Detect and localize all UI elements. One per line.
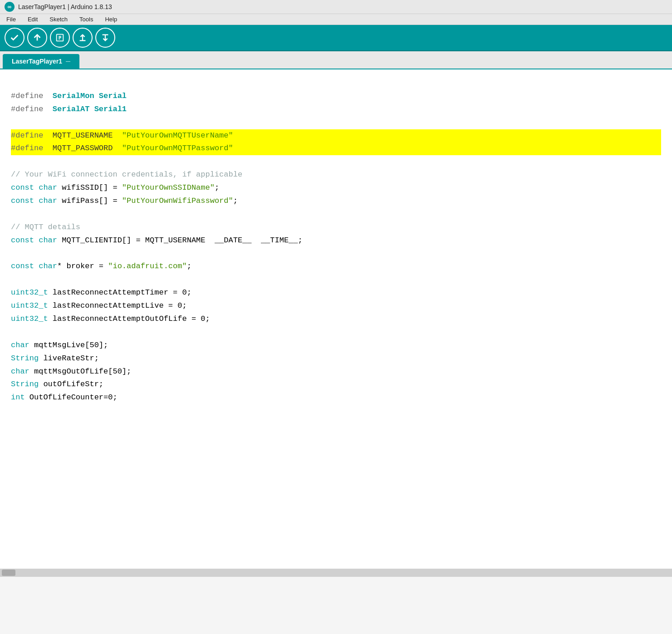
menu-bar: File Edit Sketch Tools Help — [0, 14, 672, 25]
code-line-19: uint32_t lastReconnectAttemptOutOfLife =… — [11, 313, 661, 326]
code-line-blank3 — [11, 155, 661, 168]
code-line-22: String liveRateStr; — [11, 352, 661, 365]
code-line-blank1 — [11, 77, 661, 90]
code-line-blank7 — [11, 326, 661, 339]
code-line-21: char mqttMsgLive[50]; — [11, 339, 661, 352]
code-line-6: #define MQTT_PASSWORD "PutYourOwnMQTTPas… — [11, 142, 661, 155]
code-line-blank6 — [11, 273, 661, 286]
code-line-25: int OutOfLifeCounter=0; — [11, 391, 661, 404]
menu-file[interactable]: File — [5, 15, 18, 24]
code-line-8: // Your WiFi connection credentials, if … — [11, 168, 661, 182]
title-bar: ∞ LaserTagPlayer1 | Arduino 1.8.13 — [0, 0, 672, 14]
code-line-9: const char wifiSSID[] = "PutYourOwnSSIDN… — [11, 182, 661, 195]
code-line-5: #define MQTT_USERNAME "PutYourOwnMQTTUse… — [11, 129, 661, 143]
code-line-blank4 — [11, 208, 661, 221]
code-line-13: const char MQTT_CLIENTID[] = MQTT_USERNA… — [11, 234, 661, 247]
verify-button[interactable] — [5, 28, 25, 48]
code-line-15: const char* broker = "io.adafruit.com"; — [11, 260, 661, 273]
app-icon: ∞ — [5, 2, 15, 12]
code-line-2: #define SerialMon Serial — [11, 90, 661, 103]
menu-help[interactable]: Help — [103, 15, 119, 24]
code-editor[interactable]: #define SerialMon Serial #define SerialA… — [0, 69, 672, 569]
menu-tools[interactable]: Tools — [78, 15, 95, 24]
tab-label: LaserTagPlayer1 — [12, 58, 62, 65]
scrollbar-thumb[interactable] — [2, 570, 15, 576]
code-line-12: // MQTT details — [11, 221, 661, 234]
window-title: LaserTagPlayer1 | Arduino 1.8.13 — [18, 3, 112, 10]
menu-sketch[interactable]: Sketch — [48, 15, 69, 24]
tab-lasertag[interactable]: LaserTagPlayer1 — [3, 54, 79, 69]
code-line-17: uint32_t lastReconnectAttemptTimer = 0; — [11, 286, 661, 300]
open-button[interactable] — [73, 28, 93, 48]
new-button[interactable] — [50, 28, 70, 48]
code-line-3: #define SerialAT Serial1 — [11, 103, 661, 116]
save-button[interactable] — [95, 28, 115, 48]
code-line-blank2 — [11, 116, 661, 129]
upload-button[interactable] — [27, 28, 47, 48]
toolbar — [0, 25, 672, 51]
code-line-18: uint32_t lastReconnectAttemptLive = 0; — [11, 300, 661, 313]
menu-edit[interactable]: Edit — [26, 15, 39, 24]
code-line-10: const char wifiPass[] = "PutYourOwnWifiP… — [11, 195, 661, 208]
tab-bar: LaserTagPlayer1 — [0, 51, 672, 69]
code-line-blank5 — [11, 247, 661, 260]
horizontal-scrollbar[interactable] — [0, 569, 672, 577]
code-line-24: String outOfLifeStr; — [11, 378, 661, 391]
code-line-23: char mqttMsgOutOfLife[50]; — [11, 365, 661, 378]
